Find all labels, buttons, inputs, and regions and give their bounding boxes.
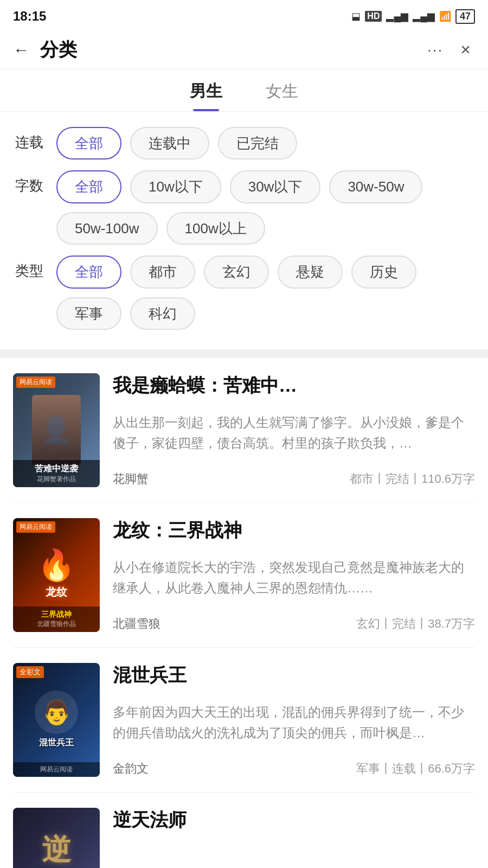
status-bar: 18:15 ⬓ HD ▂▄▆ ▂▄▆ 📶 47: [0, 0, 488, 30]
more-button[interactable]: ···: [423, 39, 447, 61]
book-info-2: 龙纹：三界战神 从小在修道院长大的宇浩，突然发现自己竟然是魔神族老大的继承人，从…: [113, 518, 475, 632]
book-item-2[interactable]: 网易云阅读 🔥 龙纹 三界战神 北疆雪狼作品 龙纹：三界战神 从小在修道院长大的…: [13, 503, 475, 648]
book-author-1: 花脚蟹: [113, 471, 149, 487]
signal-icon: ▂▄▆: [386, 10, 408, 22]
book-title-1: 我是癞蛤蟆：苦难中…: [113, 373, 475, 397]
book-info-1: 我是癞蛤蟆：苦难中… 从出生那一刻起，我的人生就写满了惨字。从小没娘，爹是个傻子…: [113, 373, 475, 487]
filter-chips-words: 全部 10w以下 30w以下 30w-50w 50w-100w 100w以上: [56, 170, 473, 245]
filter-label-words: 字数: [15, 170, 48, 201]
chip-type-all[interactable]: 全部: [56, 256, 121, 288]
chip-type-history[interactable]: 历史: [351, 256, 416, 288]
book-list: 网易云阅读 👤 苦难中逆袭 花脚蟹著作品 我是癞蛤蟆：苦难中… 从出生那一刻起，…: [0, 358, 488, 868]
chip-type-xuanhuan[interactable]: 玄幻: [204, 256, 269, 288]
chip-type-dushi[interactable]: 都市: [130, 256, 195, 288]
chip-words-50w100w[interactable]: 50w-100w: [56, 212, 158, 245]
hd-icon: HD: [365, 11, 382, 22]
book-tags-1: 都市丨完结丨110.6万字: [350, 471, 475, 487]
filter-row-words: 字数 全部 10w以下 30w以下 30w-50w 50w-100w 100w以…: [15, 170, 473, 245]
book-info-4: 逆天法师 法师逆天 其乐无穷 当遭遇神鬼剑: [113, 808, 475, 868]
book-tags-2: 玄幻丨完结丨38.7万字: [356, 616, 475, 632]
tab-female[interactable]: 女生: [266, 80, 298, 111]
book-title-4: 逆天法师: [113, 808, 475, 832]
filter-chips-serial: 全部 连载中 已完结: [56, 127, 473, 159]
chip-words-under10w[interactable]: 10w以下: [130, 170, 221, 203]
back-button[interactable]: ←: [13, 42, 29, 58]
book-meta-2: 北疆雪狼 玄幻丨完结丨38.7万字: [113, 616, 475, 632]
book-desc-2: 从小在修道院长大的宇浩，突然发现自己竟然是魔神族老大的继承人，从此卷入魔神人三界…: [113, 557, 475, 599]
book-item-3[interactable]: 👨 混世兵王 全彩文 网易云阅读 混世兵王 多年前因为四大天王的出现，混乱的佣兵…: [13, 648, 475, 793]
filter-label-type: 类型: [15, 256, 48, 286]
book-author-2: 北疆雪狼: [113, 616, 160, 632]
book-cover-1: 网易云阅读 👤 苦难中逆袭 花脚蟹著作品: [13, 373, 100, 487]
chip-type-suspense[interactable]: 悬疑: [278, 256, 343, 288]
chip-words-all[interactable]: 全部: [56, 170, 121, 203]
book-item-1[interactable]: 网易云阅读 👤 苦难中逆袭 花脚蟹著作品 我是癞蛤蟆：苦难中… 从出生那一刻起，…: [13, 358, 475, 503]
chip-type-scifi[interactable]: 科幻: [130, 297, 195, 330]
bluetooth-icon: ⬓: [351, 10, 361, 22]
book-meta-1: 花脚蟹 都市丨完结丨110.6万字: [113, 471, 475, 487]
wifi-icon: 📶: [439, 10, 451, 22]
chip-serial-completed[interactable]: 已完结: [218, 127, 297, 159]
status-time: 18:15: [13, 9, 46, 24]
header: ← 分类 ··· ×: [0, 30, 488, 69]
book-tags-3: 军事丨连载丨66.6万字: [356, 761, 475, 777]
page-title: 分类: [40, 37, 423, 62]
filter-label-serial: 连载: [15, 127, 48, 157]
book-title-2: 龙纹：三界战神: [113, 518, 475, 542]
book-item-4[interactable]: 逆 逆天法师 逆天法师 法师逆天 其乐无穷 当遭遇神鬼剑: [13, 793, 475, 868]
filter-chips-type: 全部 都市 玄幻 悬疑 历史 军事 科幻: [56, 256, 473, 330]
signal-icon-2: ▂▄▆: [413, 10, 435, 22]
book-cover-3: 👨 混世兵王 全彩文 网易云阅读: [13, 663, 100, 777]
tab-male[interactable]: 男生: [190, 80, 222, 111]
filter-row-serial: 连载 全部 连载中 已完结: [15, 127, 473, 159]
status-icons: ⬓ HD ▂▄▆ ▂▄▆ 📶 47: [351, 9, 475, 24]
chip-words-over100w[interactable]: 100w以上: [166, 212, 265, 245]
chip-words-30w50w[interactable]: 30w-50w: [329, 170, 422, 203]
book-desc-1: 从出生那一刻起，我的人生就写满了惨字。从小没娘，爹是个傻子，家徒四壁，债台高筑。…: [113, 412, 475, 454]
close-button[interactable]: ×: [456, 37, 475, 62]
chip-serial-ongoing[interactable]: 连载中: [130, 127, 209, 159]
book-cover-2: 网易云阅读 🔥 龙纹 三界战神 北疆雪狼作品: [13, 518, 100, 632]
chip-words-under30w[interactable]: 30w以下: [230, 170, 321, 203]
header-actions: ··· ×: [423, 37, 475, 62]
section-divider: [0, 349, 488, 358]
battery-icon: 47: [455, 9, 475, 24]
book-info-3: 混世兵王 多年前因为四大天王的出现，混乱的佣兵界得到了统一，不少的佣兵借助战火的…: [113, 663, 475, 777]
chip-type-military[interactable]: 军事: [56, 297, 121, 330]
book-cover-4: 逆 逆天法师: [13, 808, 100, 868]
tabs-container: 男生 女生: [0, 69, 488, 112]
book-title-3: 混世兵王: [113, 663, 475, 687]
filters-container: 连载 全部 连载中 已完结 字数 全部 10w以下 30w以下 30w-50w …: [0, 112, 488, 349]
book-desc-3: 多年前因为四大天王的出现，混乱的佣兵界得到了统一，不少的佣兵借助战火的洗礼成为了…: [113, 702, 475, 744]
filter-row-type: 类型 全部 都市 玄幻 悬疑 历史 军事 科幻: [15, 256, 473, 330]
book-author-3: 金韵文: [113, 761, 149, 777]
book-meta-3: 金韵文 军事丨连载丨66.6万字: [113, 761, 475, 777]
chip-serial-all[interactable]: 全部: [56, 127, 121, 159]
